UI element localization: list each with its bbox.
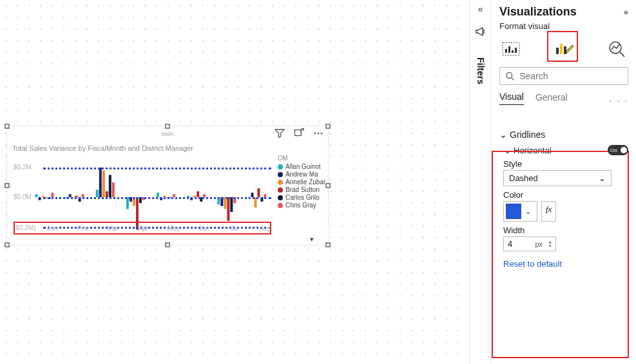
- svg-rect-12: [39, 197, 41, 200]
- svg-rect-34: [227, 197, 229, 221]
- legend-overflow-icon[interactable]: ▾: [310, 235, 314, 244]
- chart-plot-area: $0.2M $0.0M ($0.2M) JanFebMarAprMayJunJu…: [14, 160, 271, 232]
- horizontal-toggle[interactable]: On: [608, 145, 628, 155]
- y-axis-tick: $0.2M: [14, 164, 32, 171]
- svg-rect-42: [230, 197, 233, 212]
- svg-point-1: [314, 133, 316, 135]
- width-label: Width: [503, 225, 628, 235]
- filter-icon[interactable]: [274, 128, 285, 139]
- drag-handle-icon[interactable]: ══: [162, 129, 173, 139]
- svg-rect-58: [560, 44, 563, 54]
- svg-rect-14: [99, 168, 102, 197]
- svg-rect-56: [515, 48, 517, 53]
- report-canvas[interactable]: ══ Total Sales Variance by FiscalMonth a…: [0, 0, 469, 364]
- style-label: Style: [503, 159, 628, 169]
- svg-rect-53: [505, 49, 507, 53]
- legend-item: Annelie Zubar: [278, 178, 325, 186]
- svg-rect-35: [258, 188, 260, 197]
- format-visual-tab-icon[interactable]: [552, 37, 575, 61]
- svg-rect-8: [157, 193, 159, 197]
- svg-rect-33: [197, 191, 199, 197]
- svg-rect-30: [106, 191, 108, 197]
- legend-item: Brad Sutton: [278, 186, 325, 193]
- color-label: Color: [503, 190, 628, 200]
- color-picker[interactable]: ⌄: [503, 201, 537, 222]
- svg-rect-6: [96, 190, 99, 198]
- legend-header: DM: [278, 155, 325, 162]
- analytics-tab-icon[interactable]: [605, 37, 628, 61]
- panel-title: Visualizations: [499, 5, 577, 19]
- legend-item: Allan Guinot: [278, 163, 325, 170]
- width-stepper[interactable]: 4 px ▴▾: [503, 236, 556, 251]
- color-swatch: [506, 204, 521, 219]
- legend-item: Andrew Ma: [278, 171, 325, 178]
- svg-point-3: [321, 133, 323, 135]
- legend: DM Allan GuinotAndrew MaAnnelie ZubarBra…: [278, 155, 325, 209]
- focus-mode-icon[interactable]: [293, 128, 305, 139]
- svg-rect-4: [35, 194, 38, 197]
- svg-rect-55: [512, 50, 514, 53]
- svg-rect-57: [556, 48, 559, 54]
- chevron-down-icon: ⌄: [521, 207, 535, 216]
- spin-down-icon[interactable]: ▾: [549, 244, 552, 248]
- panel-subtitle: Format visual: [499, 21, 628, 31]
- svg-rect-54: [508, 46, 510, 53]
- chevron-down-icon: ⌄: [599, 173, 606, 183]
- svg-rect-59: [564, 46, 566, 54]
- more-options-icon[interactable]: [313, 128, 324, 139]
- chevron-down-icon: ⌄: [503, 146, 511, 155]
- legend-item: Chris Gray: [278, 202, 325, 209]
- horizontal-header[interactable]: ⌄ Horizontal: [503, 146, 552, 155]
- svg-line-63: [512, 78, 514, 81]
- build-visual-tab-icon[interactable]: [499, 37, 523, 61]
- collapse-pane-icon[interactable]: «: [478, 4, 483, 14]
- chevron-down-icon: ⌄: [499, 129, 507, 140]
- svg-rect-46: [112, 182, 115, 197]
- tab-general[interactable]: General: [535, 92, 568, 105]
- gridlines-header[interactable]: ⌄ Gridlines: [499, 129, 628, 140]
- svg-rect-22: [102, 171, 105, 197]
- style-select[interactable]: Dashed ⌄: [503, 170, 612, 186]
- legend-item: Carlos Grilo: [278, 194, 325, 201]
- chart-visual[interactable]: ══ Total Sales Variance by FiscalMonth a…: [6, 126, 329, 245]
- fx-button[interactable]: fx: [541, 201, 556, 222]
- tab-visual[interactable]: Visual: [499, 91, 524, 105]
- search-field[interactable]: [518, 70, 622, 82]
- svg-rect-44: [52, 193, 54, 197]
- svg-point-2: [318, 133, 320, 135]
- svg-point-62: [506, 73, 512, 79]
- svg-rect-52: [503, 43, 519, 55]
- bullhorn-icon[interactable]: [475, 26, 487, 39]
- search-icon: [505, 71, 514, 81]
- filters-pane-label[interactable]: Filters: [476, 57, 486, 84]
- svg-rect-0: [295, 130, 302, 136]
- reset-to-default-link[interactable]: Reset to default: [503, 259, 628, 269]
- chart-title: Total Sales Variance by FiscalMonth and …: [12, 144, 193, 152]
- tabs-overflow-icon[interactable]: . . .: [610, 93, 628, 104]
- y-axis-tick: $0.0M: [14, 193, 32, 200]
- svg-rect-38: [109, 175, 111, 198]
- svg-line-61: [620, 52, 624, 57]
- search-input[interactable]: [499, 67, 628, 85]
- visualizations-panel: Visualizations » Format visual: [491, 0, 636, 364]
- gridlines-group: ⌄ Gridlines ⌄ Horizontal On S: [492, 124, 636, 276]
- svg-rect-19: [251, 193, 254, 197]
- expand-pane-icon[interactable]: »: [624, 7, 628, 17]
